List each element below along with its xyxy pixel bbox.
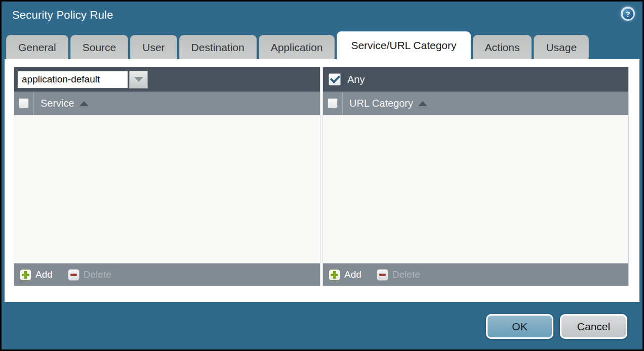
service-type-dropdown-button[interactable] [129, 71, 148, 89]
url-category-column-label: URL Category [349, 98, 413, 109]
url-category-panel: Any URL Category Add Delete [323, 67, 629, 286]
url-category-column-header: URL Category [323, 92, 628, 115]
help-button[interactable]: ? [621, 7, 635, 21]
tab-source[interactable]: Source [70, 35, 129, 59]
any-label: Any [347, 74, 365, 85]
service-column-header: Service [14, 92, 320, 115]
service-select-all-cell [14, 92, 34, 115]
dialog-title: Security Policy Rule [12, 9, 113, 22]
service-select-all-checkbox[interactable] [19, 98, 29, 108]
minus-icon [68, 269, 79, 281]
service-delete-button[interactable]: Delete [68, 269, 111, 281]
url-category-delete-button[interactable]: Delete [377, 269, 420, 281]
service-type-input[interactable] [17, 71, 128, 89]
service-add-button[interactable]: Add [20, 269, 53, 281]
cancel-button[interactable]: Cancel [560, 314, 627, 339]
ok-button[interactable]: OK [486, 314, 553, 339]
service-add-label: Add [35, 269, 53, 280]
url-category-column-sort[interactable]: URL Category [343, 98, 427, 109]
sort-ascending-icon [418, 101, 427, 106]
service-list-body [14, 115, 320, 263]
tab-usage[interactable]: Usage [534, 35, 589, 59]
security-policy-rule-dialog: Security Policy Rule ? General Source Us… [2, 2, 642, 349]
any-checkbox[interactable] [329, 73, 341, 85]
service-panel: Service Add Delete [14, 67, 320, 286]
url-category-panel-footer: Add Delete [323, 263, 628, 286]
tab-bar: General Source User Destination Applicat… [6, 31, 589, 59]
chevron-down-icon [134, 77, 143, 82]
url-category-select-all-checkbox[interactable] [328, 98, 338, 108]
tab-content-area: Service Add Delete Any [5, 59, 639, 302]
url-category-list-body [323, 115, 628, 263]
url-category-select-all-cell [323, 92, 343, 115]
tab-destination[interactable]: Destination [179, 35, 257, 59]
tab-actions[interactable]: Actions [473, 35, 532, 59]
tab-service-url-category[interactable]: Service/URL Category [337, 31, 470, 59]
plus-icon [20, 269, 31, 281]
url-category-delete-label: Delete [392, 269, 420, 280]
service-column-sort[interactable]: Service [34, 98, 89, 109]
plus-icon [329, 269, 340, 281]
sort-ascending-icon [79, 101, 89, 106]
minus-icon [377, 269, 388, 281]
tab-general[interactable]: General [6, 35, 68, 59]
url-category-add-button[interactable]: Add [329, 269, 361, 281]
service-column-label: Service [41, 98, 74, 109]
url-category-panel-header: Any [323, 67, 628, 92]
url-category-add-label: Add [344, 269, 361, 280]
tab-user[interactable]: User [130, 35, 177, 59]
service-delete-label: Delete [84, 269, 111, 280]
tab-application[interactable]: Application [259, 35, 335, 59]
service-panel-header [14, 67, 320, 92]
question-mark-icon: ? [623, 9, 633, 19]
service-panel-footer: Add Delete [14, 263, 320, 286]
